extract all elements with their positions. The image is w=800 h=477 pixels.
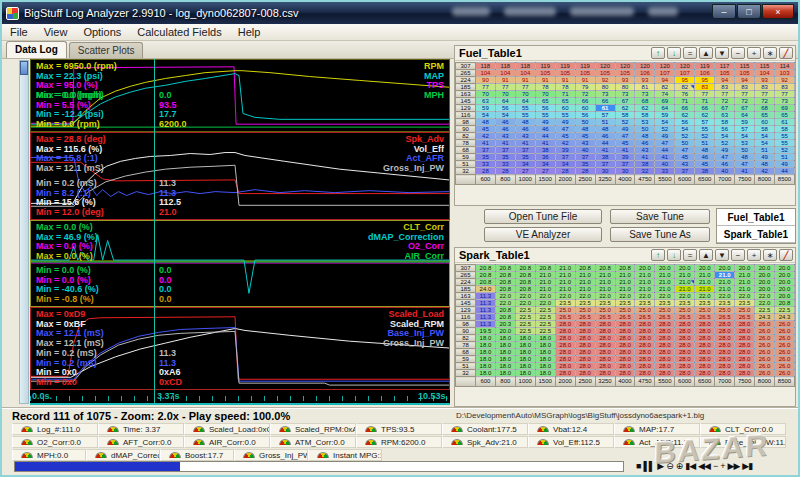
fuel-cell[interactable]: 105 [555,70,575,77]
spark-cell[interactable]: 28.0 [635,335,655,342]
fuel-cell[interactable]: 52 [695,133,715,140]
fuel-cell[interactable]: 60 [575,105,595,112]
fuel-cell[interactable]: 106 [635,70,655,77]
spark-cell[interactable]: 21.0 [655,286,675,293]
spark-cell[interactable]: 20.0 [775,293,795,300]
fuel-cell[interactable]: 51 [755,147,775,154]
fuel-cell[interactable]: 71 [555,91,575,98]
spark-cell[interactable]: 20.8 [495,286,515,293]
spark-cell[interactable]: 28.0 [695,335,715,342]
fuel-cell[interactable]: 37 [595,161,615,168]
fuel-cell[interactable]: 59 [735,119,755,126]
fuel-cell[interactable]: 43 [635,147,655,154]
fuel-cell[interactable]: 65 [555,98,575,105]
fuel-cell[interactable]: 80 [595,84,615,91]
fuel-cell[interactable]: 54 [755,133,775,140]
fuel-cell[interactable]: 52 [615,119,635,126]
spark-cell[interactable]: 21.0 [635,286,655,293]
spark-cell[interactable]: 18.0 [515,342,535,349]
spark-cell[interactable]: 28.0 [675,370,695,377]
spark-cell[interactable]: 28.0 [735,328,755,335]
spark-cell[interactable]: 26.0 [755,349,775,356]
spark-cell[interactable]: 22.5 [775,307,795,314]
spark-cell[interactable]: 28.0 [635,370,655,377]
step-back-button[interactable]: − [713,459,717,473]
spark-cell[interactable]: 28.0 [675,342,695,349]
spark-cell[interactable]: 20.8 [475,272,495,279]
fuel-cell[interactable]: 50 [675,140,695,147]
shift-up-icon[interactable]: ↑ [651,47,665,59]
fuel-cell[interactable]: 48 [515,119,535,126]
spark-cell[interactable]: 26.0 [755,335,775,342]
fuel-cell[interactable]: 28 [555,168,575,175]
fuel-cell[interactable]: 52 [715,140,735,147]
fuel-cell[interactable]: 37 [515,147,535,154]
fuel-cell[interactable]: 40 [655,161,675,168]
spark-cell[interactable]: 18.0 [475,370,495,377]
fuel-cell[interactable]: 74 [655,91,675,98]
fuel-cell[interactable]: 28 [475,168,495,175]
fuel-cell[interactable]: 53 [735,140,755,147]
fuel-cell[interactable]: 49 [535,119,555,126]
spark-cell[interactable]: 21.0 [675,286,695,293]
fuel-cell[interactable]: 43 [575,140,595,147]
spark-cell[interactable]: 28.0 [655,335,675,342]
fuel-cell[interactable]: 58 [615,112,635,119]
spark-cell[interactable]: 28.0 [735,370,755,377]
minimize-button[interactable]: – [712,4,736,19]
spark-cell[interactable]: 28.0 [715,349,735,356]
fuel-cell[interactable]: 54 [755,140,775,147]
spark-cell[interactable]: 28.0 [695,370,715,377]
fuel-cell[interactable]: 70 [475,91,495,98]
spark-cell[interactable]: 18.0 [535,370,555,377]
spark-cell[interactable]: 18.0 [495,370,515,377]
fuel-cell[interactable]: 118 [515,63,535,70]
shift-down-icon[interactable]: ↓ [667,249,681,261]
fuel-cell[interactable]: 80 [615,84,635,91]
fuel-cell[interactable]: 94 [715,77,735,84]
spark-cell[interactable]: 20.0 [675,265,695,272]
fuel-cell[interactable]: 65 [535,98,555,105]
spark-cell[interactable]: 26.0 [775,370,795,377]
equal-icon[interactable]: = [683,249,697,261]
fuel-cell[interactable]: 63 [475,98,495,105]
spark-cell[interactable]: 20.0 [755,286,775,293]
spark-cell[interactable]: 21.0 [595,286,615,293]
fuel-cell[interactable]: 77 [475,84,495,91]
fuel-cell[interactable]: 119 [695,63,715,70]
fuel-cell[interactable]: 62 [635,105,655,112]
step-forward-button[interactable]: + [720,459,724,473]
spark-cell[interactable]: 21.0 [575,272,595,279]
fuel-cell[interactable]: 105 [615,70,635,77]
fuel-cell[interactable]: 57 [595,112,615,119]
fuel-cell[interactable]: 47 [675,147,695,154]
spark-cell[interactable]: 26.5 [675,314,695,321]
maximize-button[interactable]: □ [737,4,761,19]
fuel-cell[interactable]: 107 [675,70,695,77]
spark-cell[interactable]: 23.5 [555,300,575,307]
spark-cell[interactable]: 22.0 [755,300,775,307]
fuel-cell[interactable]: 119 [575,63,595,70]
fuel-cell[interactable]: 54 [475,112,495,119]
spark-cell[interactable]: 28.0 [675,335,695,342]
spark-cell[interactable]: 28.0 [675,356,695,363]
fuel-cell[interactable]: 120 [615,63,635,70]
fuel-cell[interactable]: 72 [715,98,735,105]
fuel-cell[interactable]: 38 [695,168,715,175]
zoom-in-button[interactable]: ⊕ [676,459,683,473]
spark-cell[interactable]: 28.0 [575,363,595,370]
spark-cell[interactable]: 11.3 [475,307,495,314]
spark-cell[interactable]: 18.0 [515,349,535,356]
fuel-cell[interactable]: 41 [655,154,675,161]
fuel-cell[interactable]: 37 [475,147,495,154]
spark-cell[interactable]: 20.0 [735,265,755,272]
fuel-cell[interactable]: 28 [495,168,515,175]
spark-cell[interactable]: 28.0 [635,342,655,349]
spark-cell[interactable]: 11.3 [475,321,495,328]
fuel-cell[interactable]: 90 [475,77,495,84]
spark-cell[interactable]: 26.5 [695,314,715,321]
fuel-cell[interactable]: 52 [675,133,695,140]
fuel-cell[interactable]: 83 [755,84,775,91]
fuel-cell[interactable]: 48 [475,119,495,126]
asterisk-icon[interactable]: ∗ [763,249,777,261]
